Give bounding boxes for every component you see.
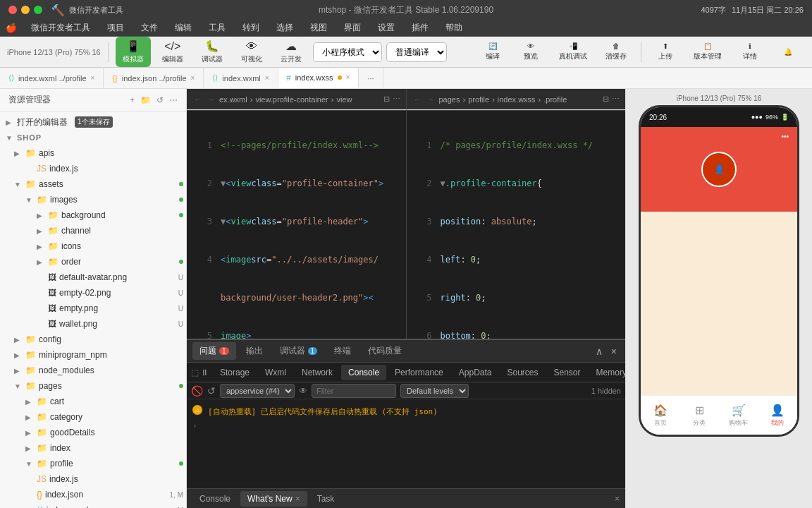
tab-more[interactable]: ··· bbox=[359, 68, 383, 88]
collapse-panel-icon[interactable]: ∧ bbox=[593, 344, 605, 358]
sub-tab-close[interactable]: × bbox=[295, 494, 300, 504]
tab-network[interactable]: Network bbox=[295, 365, 340, 380]
sidebar-item-cart[interactable]: ▶ 📁 cart bbox=[0, 394, 186, 409]
sidebar-item-profile-index-wxml[interactable]: ⟨⟩ index.wxml M bbox=[0, 502, 186, 508]
tab-memory[interactable]: Memory bbox=[589, 365, 625, 380]
console-filter-input[interactable] bbox=[312, 384, 396, 398]
forward-icon[interactable]: → bbox=[426, 94, 436, 105]
version-btn[interactable]: 📋 版本管理 bbox=[687, 40, 729, 64]
sidebar-item-profile[interactable]: ▼ 📁 profile bbox=[0, 456, 186, 471]
menu-interface[interactable]: 界面 bbox=[341, 20, 364, 35]
maximize-button[interactable] bbox=[34, 6, 42, 14]
menu-tools[interactable]: 工具 bbox=[206, 20, 228, 35]
sidebar-item-channel[interactable]: ▶ 📁 channel bbox=[0, 223, 186, 238]
phone-nav-cart[interactable]: 🛒 购物车 bbox=[719, 404, 758, 428]
tab-console[interactable]: Console bbox=[341, 365, 386, 380]
sidebar-item-icons[interactable]: ▶ 📁 icons bbox=[0, 238, 186, 254]
menu-view[interactable]: 视图 bbox=[307, 20, 330, 35]
menu-settings[interactable]: 设置 bbox=[375, 20, 398, 35]
visual-btn[interactable]: 👁 可视化 bbox=[234, 37, 269, 67]
tab-sensor[interactable]: Sensor bbox=[547, 365, 588, 380]
upload-btn[interactable]: ⬆ 上传 bbox=[648, 40, 682, 64]
back-icon[interactable]: ← bbox=[412, 94, 423, 105]
levels-select[interactable]: Default levels bbox=[400, 384, 469, 398]
tab-close[interactable]: × bbox=[91, 74, 95, 82]
clear-console-icon[interactable]: 🚫 bbox=[191, 385, 203, 397]
app-service-select[interactable]: appservice (#4) bbox=[220, 384, 295, 398]
forward-icon[interactable]: → bbox=[206, 94, 216, 105]
tab-performance[interactable]: Performance bbox=[388, 365, 450, 380]
real-device-btn[interactable]: 📲 真机调试 bbox=[552, 40, 594, 64]
menu-goto[interactable]: 转到 bbox=[240, 20, 262, 35]
sub-tab-console[interactable]: Console bbox=[192, 491, 238, 507]
sidebar-item-config[interactable]: ▶ 📁 config bbox=[0, 332, 186, 347]
tab-close[interactable]: × bbox=[346, 73, 350, 81]
tab-storage[interactable]: Storage bbox=[213, 365, 257, 380]
right-code-area[interactable]: 1/* pages/profile/index.wxss */ 2▼ .prof… bbox=[407, 111, 626, 339]
editor-btn[interactable]: </> 编辑器 bbox=[155, 37, 190, 67]
sub-tab-whats-new[interactable]: What's New × bbox=[240, 491, 307, 507]
sidebar-item-miniprogram-npm[interactable]: ▶ 📁 miniprogram_npm bbox=[0, 347, 186, 363]
new-folder-icon[interactable]: 📁 bbox=[140, 95, 151, 105]
sidebar-item-index-js[interactable]: JS index.js bbox=[0, 161, 186, 176]
compile-btn[interactable]: 🔄 编译 bbox=[476, 40, 510, 64]
more-icon[interactable]: ⋯ bbox=[612, 95, 620, 104]
split-icon[interactable]: ⊟ bbox=[383, 95, 390, 104]
sidebar-item-index-page[interactable]: ▶ 📁 index bbox=[0, 440, 186, 456]
split-icon[interactable]: ⊟ bbox=[603, 95, 609, 104]
back-icon[interactable]: ← bbox=[192, 94, 203, 105]
sidebar-item-wallet[interactable]: 🖼 wallet.png U bbox=[0, 316, 186, 332]
tab-close[interactable]: × bbox=[265, 74, 269, 82]
phone-nav-home[interactable]: 🏠 首页 bbox=[641, 404, 680, 428]
menu-file[interactable]: 文件 bbox=[138, 20, 161, 35]
tab-output[interactable]: 输出 bbox=[239, 342, 270, 360]
sidebar-item-empty-02[interactable]: 🖼 empty-02.png U bbox=[0, 285, 186, 301]
tab-index-json-profile[interactable]: {} index.json ../profile × bbox=[104, 68, 204, 88]
phone-nav-category[interactable]: ⊞ 分类 bbox=[680, 404, 720, 428]
sidebar-item-pages[interactable]: ▼ 📁 pages bbox=[0, 378, 186, 394]
collapse-icon[interactable]: ⋯ bbox=[169, 95, 178, 105]
close-all-icon[interactable]: × bbox=[615, 494, 620, 504]
tab-wxml[interactable]: Wxml bbox=[258, 365, 293, 380]
left-code-area[interactable]: 1<!--pages/profile/index.wxml--> 2▼ <vie… bbox=[187, 111, 406, 339]
tab-close[interactable]: × bbox=[191, 74, 195, 82]
preview-btn[interactable]: 👁 预览 bbox=[514, 40, 548, 64]
console-expand-row[interactable]: › bbox=[192, 419, 620, 433]
sidebar-item-node-modules[interactable]: ▶ 📁 node_modules bbox=[0, 363, 186, 378]
sidebar-item-empty[interactable]: 🖼 empty.png U bbox=[0, 301, 186, 316]
sidebar-item-profile-index-js[interactable]: JS index.js bbox=[0, 471, 186, 487]
sidebar-item-category[interactable]: ▶ 📁 category bbox=[0, 409, 186, 425]
sidebar-item-background[interactable]: ▶ 📁 background bbox=[0, 207, 186, 223]
tab-code-quality[interactable]: 代码质量 bbox=[361, 342, 409, 360]
tab-appdata[interactable]: AppData bbox=[452, 365, 499, 380]
eye-icon[interactable]: 👁 bbox=[299, 386, 307, 396]
tab-index-wxss[interactable]: # index.wxss × bbox=[278, 68, 359, 88]
sidebar-item-apis[interactable]: ▶ 📁 apis bbox=[0, 145, 186, 161]
debug-btn[interactable]: 🐛 调试器 bbox=[195, 37, 230, 67]
tab-sources[interactable]: Sources bbox=[500, 365, 545, 380]
sidebar-section-open-files[interactable]: ▶ 打开的编辑器 1个未保存 bbox=[0, 114, 186, 130]
simulator-btn[interactable]: 📱 模拟器 bbox=[116, 37, 151, 67]
sidebar-item-order[interactable]: ▶ 📁 order bbox=[0, 254, 186, 270]
translate-select[interactable]: 普通编译 bbox=[386, 42, 447, 62]
menu-app[interactable]: 微信开发者工具 bbox=[28, 20, 93, 35]
apple-menu[interactable]: 🍎 bbox=[6, 23, 17, 33]
cloud-btn[interactable]: ☁ 云开发 bbox=[273, 37, 309, 67]
menu-project[interactable]: 项目 bbox=[104, 20, 127, 35]
reload-icon[interactable]: ↺ bbox=[207, 385, 216, 397]
sidebar-icons[interactable]: + 📁 ↺ ⋯ bbox=[130, 95, 178, 105]
sidebar-item-assets[interactable]: ▼ 📁 assets bbox=[0, 176, 186, 192]
mode-select[interactable]: 小程序模式 bbox=[313, 42, 382, 62]
menu-select[interactable]: 选择 bbox=[273, 20, 296, 35]
right-editor[interactable]: 1/* pages/profile/index.wxss */ 2▼ .prof… bbox=[407, 111, 626, 339]
sidebar-item-profile-index-json[interactable]: {} index.json 1, M bbox=[0, 487, 186, 502]
more-icon[interactable]: ⋯ bbox=[393, 95, 400, 104]
tab-issues[interactable]: 问题 1 bbox=[192, 342, 236, 360]
tab-debugger[interactable]: 调试器 1 bbox=[273, 342, 325, 360]
close-panel-icon[interactable]: × bbox=[608, 344, 620, 358]
pause-icon[interactable]: ⏸ bbox=[200, 368, 209, 377]
sidebar-section-shop[interactable]: ▼ SHOP bbox=[0, 130, 186, 145]
new-file-icon[interactable]: + bbox=[130, 95, 135, 105]
sidebar-item-gooddetails[interactable]: ▶ 📁 goodDetails bbox=[0, 425, 186, 440]
refresh-icon[interactable]: ↺ bbox=[156, 95, 164, 105]
